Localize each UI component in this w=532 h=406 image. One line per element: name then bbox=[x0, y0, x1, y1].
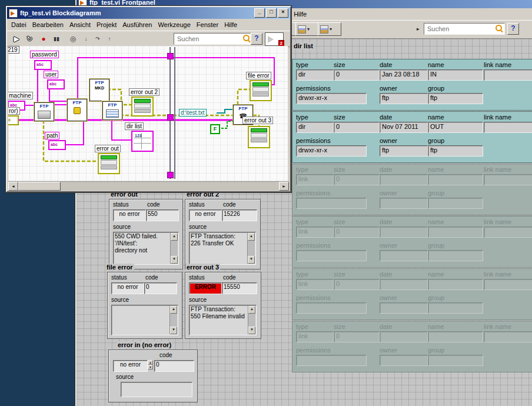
file-error-node-label[interactable]: file error bbox=[246, 72, 271, 79]
search-input[interactable] bbox=[426, 25, 494, 33]
error-in-terminal[interactable]: abc bbox=[8, 115, 19, 125]
scroll-down-icon[interactable]: ▼ bbox=[171, 256, 178, 264]
search-input[interactable] bbox=[176, 35, 242, 43]
ftp-login-vi[interactable]: FTP bbox=[67, 99, 87, 121]
sequence-structure[interactable] bbox=[169, 47, 175, 179]
scroll-down-icon[interactable]: ▼ bbox=[170, 327, 177, 334]
highlight-execution-button[interactable]: ◎ bbox=[67, 33, 79, 45]
labview-logo-button[interactable]: 2 bbox=[265, 32, 284, 46]
error-out-indicator-node[interactable] bbox=[98, 153, 120, 174]
password-terminal[interactable]: abc bbox=[34, 60, 52, 70]
error-out-2-node-label[interactable]: error out 2 bbox=[129, 88, 159, 96]
source-scrollbar[interactable]: ▲ ▼ bbox=[169, 306, 177, 334]
scroll-thumb[interactable] bbox=[18, 182, 61, 191]
run-continuous-button[interactable]: ↻ bbox=[24, 33, 35, 45]
link-name-field[interactable] bbox=[484, 122, 532, 133]
fp-menu-hilfe[interactable]: Hilfe bbox=[291, 9, 310, 19]
type-field[interactable]: dir bbox=[296, 69, 334, 81]
bd-menu-projekt[interactable]: Projekt bbox=[94, 20, 119, 29]
path-string-constant[interactable]: d:\test.txt bbox=[179, 109, 207, 117]
false-boolean-constant[interactable]: F bbox=[210, 124, 220, 134]
ftp-dir-vi[interactable]: FTP bbox=[102, 101, 122, 120]
scroll-right-icon[interactable]: ► bbox=[279, 182, 289, 191]
spin-down-icon[interactable]: ▼ bbox=[148, 365, 153, 370]
date-field[interactable]: Jan 23 08:18 bbox=[380, 69, 428, 81]
error-out-2-indicator-node[interactable] bbox=[131, 96, 154, 117]
permissions-field[interactable]: drwxr-xr-x bbox=[296, 93, 367, 104]
ftp-mkd-vi[interactable]: FTP MKD bbox=[89, 79, 109, 101]
bd-canvas[interactable]: 219 password abc user abc machine abc ro… bbox=[8, 46, 288, 181]
name-field[interactable]: IN bbox=[428, 69, 483, 81]
owner-field[interactable]: ftp bbox=[380, 93, 428, 104]
error-in-label-partial[interactable]: ror) bbox=[8, 107, 20, 115]
owner-field[interactable]: ftp bbox=[380, 145, 428, 157]
bd-menu-hilfe[interactable]: Hilfe bbox=[221, 20, 240, 29]
size-field[interactable]: 0 bbox=[334, 122, 380, 133]
scroll-left-icon[interactable]: ◄ bbox=[8, 182, 18, 191]
user-label[interactable]: user bbox=[44, 71, 58, 78]
spin-up-icon[interactable]: ▲ bbox=[148, 360, 153, 365]
path-terminal[interactable]: abc bbox=[48, 140, 66, 150]
scroll-track[interactable] bbox=[61, 182, 279, 191]
scroll-up-icon[interactable]: ▲ bbox=[248, 306, 255, 314]
dir-list-node-label[interactable]: dir list bbox=[125, 122, 144, 130]
bd-menu-ansicht[interactable]: Ansicht bbox=[66, 20, 94, 29]
toolbar-overflow-arrow-icon[interactable]: ▸ bbox=[417, 26, 420, 32]
step-into-button[interactable]: ↓ bbox=[80, 33, 92, 45]
abort-button[interactable]: ● bbox=[38, 33, 49, 45]
error-out-3-indicator-node[interactable] bbox=[248, 126, 270, 148]
group-field[interactable]: ftp bbox=[428, 93, 483, 104]
path-label[interactable]: path bbox=[45, 132, 59, 139]
bd-menu-ausfuehren[interactable]: Ausführen bbox=[119, 20, 155, 29]
scroll-down-icon[interactable]: ▼ bbox=[248, 256, 255, 264]
dir-list-indicator-node[interactable]: 123 bbox=[131, 131, 154, 152]
error-out-node-label[interactable]: error out bbox=[95, 145, 121, 152]
file-error-indicator-node[interactable] bbox=[250, 80, 272, 101]
scroll-up-icon[interactable]: ▲ bbox=[171, 233, 178, 241]
help-button[interactable]: ? bbox=[507, 23, 519, 35]
source-scrollbar[interactable]: ▲ ▼ bbox=[247, 233, 255, 264]
maximize-button[interactable]: □ bbox=[266, 8, 277, 18]
pause-button[interactable]: ▮▮ bbox=[51, 33, 62, 45]
bd-titlebar[interactable]: ftp_test.vi Blockdiagramm _ □ × bbox=[7, 7, 290, 19]
scroll-up-icon[interactable]: ▲ bbox=[170, 306, 177, 314]
scroll-track[interactable] bbox=[170, 314, 177, 327]
close-button[interactable]: × bbox=[278, 8, 288, 18]
step-out-button[interactable]: ↑ bbox=[104, 33, 115, 45]
run-button[interactable]: ▶ bbox=[11, 33, 22, 45]
sequence-tunnel[interactable] bbox=[167, 114, 174, 121]
bd-menu-werkzeuge[interactable]: Werkzeuge bbox=[155, 20, 193, 29]
source-scrollbar[interactable]: ▲ ▼ bbox=[248, 306, 255, 334]
scroll-down-icon[interactable]: ▼ bbox=[248, 327, 255, 334]
user-terminal[interactable]: abc bbox=[47, 79, 65, 89]
name-field[interactable]: OUT bbox=[428, 122, 483, 133]
step-over-button[interactable]: ↷ bbox=[92, 33, 104, 45]
bd-menu-fenster[interactable]: Fenster bbox=[194, 20, 221, 29]
distribute-objects-dropdown[interactable]: ▾ bbox=[318, 22, 341, 36]
error-out-3-node-label[interactable]: error out 3 bbox=[242, 117, 273, 124]
code-control[interactable]: 0 bbox=[154, 360, 194, 372]
size-field[interactable]: 0 bbox=[334, 69, 380, 81]
bd-horizontal-scrollbar[interactable]: ◄ ► bbox=[8, 181, 289, 191]
permissions-field[interactable]: drwxr-xr-x bbox=[296, 145, 367, 157]
source-scrollbar[interactable]: ▲ ▼ bbox=[170, 233, 178, 264]
sequence-tunnel[interactable] bbox=[167, 172, 174, 178]
password-label[interactable]: password bbox=[30, 51, 59, 58]
bd-menu-bearbeiten[interactable]: Bearbeiten bbox=[29, 20, 66, 29]
minimize-button[interactable]: _ bbox=[254, 8, 265, 18]
scroll-track[interactable] bbox=[171, 241, 178, 256]
bd-menu-datei[interactable]: Datei bbox=[8, 20, 29, 29]
align-objects-dropdown[interactable]: ▾ bbox=[295, 22, 319, 36]
source-control[interactable] bbox=[121, 382, 192, 397]
scroll-track[interactable] bbox=[248, 314, 255, 327]
sequence-tunnel[interactable] bbox=[167, 53, 174, 59]
machine-label[interactable]: machine bbox=[8, 92, 33, 99]
status-control[interactable]: no error bbox=[113, 360, 148, 372]
date-field[interactable]: Nov 07 2011 bbox=[380, 122, 428, 133]
type-field[interactable]: dir bbox=[296, 122, 334, 133]
scroll-up-icon[interactable]: ▲ bbox=[248, 233, 255, 241]
numeric-constant[interactable]: 219 bbox=[8, 46, 19, 54]
scroll-track[interactable] bbox=[248, 241, 255, 256]
group-field[interactable]: ftp bbox=[428, 145, 483, 157]
code-spinner[interactable]: ▲ ▼ bbox=[148, 360, 153, 370]
